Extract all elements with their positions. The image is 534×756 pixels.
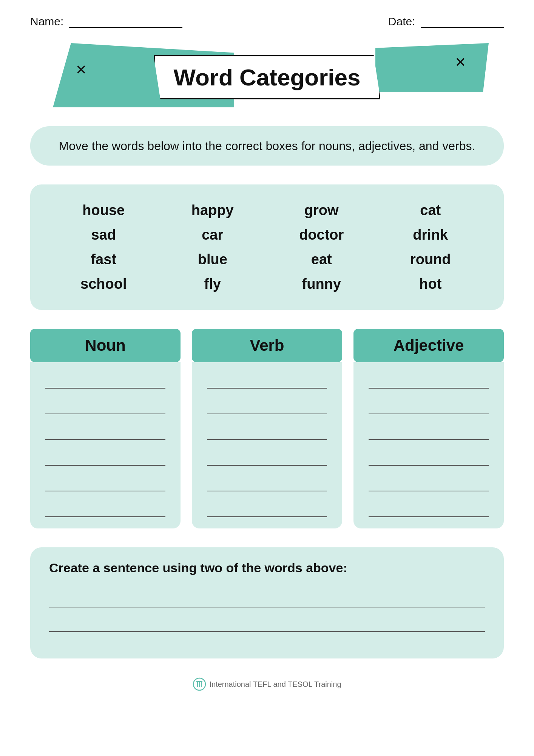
word-item: house	[82, 200, 125, 221]
teal-decoration-right	[375, 43, 489, 92]
word-item: blue	[198, 249, 227, 270]
adjective-answer-line-4[interactable]	[369, 451, 489, 466]
noun-header: Noun	[30, 329, 181, 362]
word-item: car	[202, 224, 223, 246]
noun-answer-line-3[interactable]	[45, 425, 165, 440]
footer-text: International TEFL and TESOL Training	[209, 680, 341, 689]
verb-body	[192, 362, 342, 528]
svg-rect-4	[196, 681, 202, 682]
word-column-4: cat drink round hot	[376, 200, 485, 295]
sentence-line-2[interactable]	[49, 615, 485, 632]
noun-answer-line-1[interactable]	[45, 373, 165, 389]
noun-answer-line-2[interactable]	[45, 399, 165, 414]
verb-answer-line-2[interactable]	[207, 399, 327, 414]
word-column-2: happy car blue fly	[158, 200, 267, 295]
adjective-answer-line-1[interactable]	[369, 373, 489, 389]
word-item: hot	[419, 273, 441, 295]
word-item: sad	[91, 224, 116, 246]
sentence-label: Create a sentence using two of the words…	[49, 561, 485, 575]
adjective-column: Adjective	[353, 329, 504, 528]
x-mark-right-icon: ✕	[455, 54, 466, 70]
x-mark-left-icon: ✕	[76, 62, 87, 78]
page-title: Word Categories	[174, 64, 361, 90]
header: Name: Date:	[30, 15, 504, 28]
word-item: fly	[204, 273, 221, 295]
verb-answer-line-5[interactable]	[207, 476, 327, 491]
instruction-text: Move the words below into the correct bo…	[53, 137, 481, 155]
adjective-label: Adjective	[394, 336, 464, 354]
word-column-1: house sad fast school	[49, 200, 158, 295]
word-item: fast	[91, 249, 116, 270]
word-column-3: grow doctor eat funny	[267, 200, 376, 295]
instruction-box: Move the words below into the correct bo…	[30, 126, 504, 166]
date-label: Date:	[388, 15, 415, 28]
verb-label: Verb	[250, 336, 284, 354]
verb-header: Verb	[192, 329, 342, 362]
title-section: ✕ ✕ Word Categories	[30, 39, 504, 115]
noun-label: Noun	[85, 336, 125, 354]
word-item: happy	[191, 200, 234, 221]
word-item: cat	[420, 200, 441, 221]
footer: International TEFL and TESOL Training	[30, 677, 504, 691]
adjective-answer-line-6[interactable]	[369, 502, 489, 517]
adjective-header: Adjective	[353, 329, 504, 362]
verb-answer-line-3[interactable]	[207, 425, 327, 440]
sentence-section: Create a sentence using two of the words…	[30, 547, 504, 658]
noun-answer-line-6[interactable]	[45, 502, 165, 517]
adjective-answer-line-2[interactable]	[369, 399, 489, 414]
sentence-line-1[interactable]	[49, 590, 485, 607]
date-input-line[interactable]	[421, 17, 504, 28]
noun-answer-line-4[interactable]	[45, 451, 165, 466]
name-label: Name:	[30, 15, 63, 28]
word-bank: house sad fast school happy car blue fly…	[30, 184, 504, 310]
word-item: round	[410, 249, 451, 270]
title-box: Word Categories	[154, 55, 381, 99]
word-item: eat	[311, 249, 332, 270]
word-item: doctor	[299, 224, 344, 246]
ittt-logo-icon	[193, 677, 206, 691]
categories-container: Noun Verb Adjective	[30, 329, 504, 528]
word-item: drink	[413, 224, 448, 246]
adjective-answer-line-5[interactable]	[369, 476, 489, 491]
verb-answer-line-6[interactable]	[207, 502, 327, 517]
verb-column: Verb	[192, 329, 342, 528]
footer-logo: International TEFL and TESOL Training	[193, 677, 341, 691]
adjective-body	[353, 362, 504, 528]
verb-answer-line-4[interactable]	[207, 451, 327, 466]
noun-answer-line-5[interactable]	[45, 476, 165, 491]
noun-body	[30, 362, 181, 528]
adjective-answer-line-3[interactable]	[369, 425, 489, 440]
noun-column: Noun	[30, 329, 181, 528]
word-item: funny	[302, 273, 341, 295]
word-item: grow	[304, 200, 339, 221]
word-item: school	[80, 273, 127, 295]
name-input-line[interactable]	[69, 17, 182, 28]
verb-answer-line-1[interactable]	[207, 373, 327, 389]
